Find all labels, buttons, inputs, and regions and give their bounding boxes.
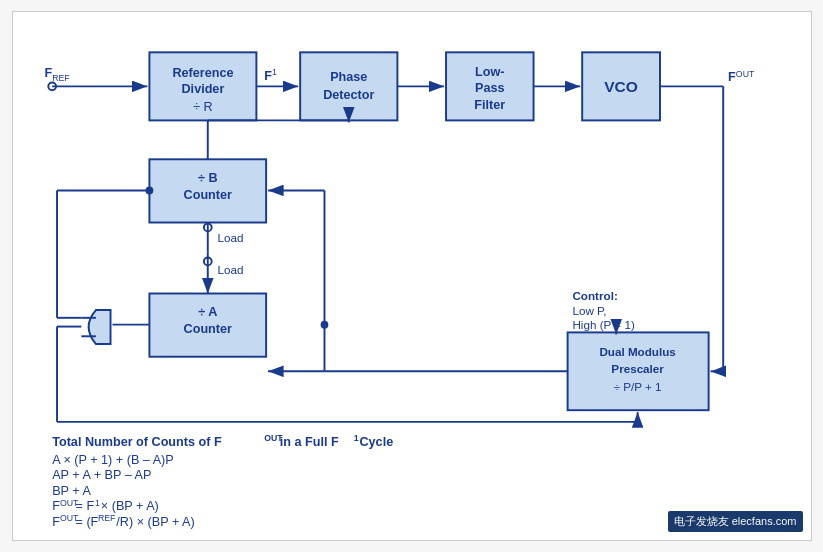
eq-title-cycle: Cycle: [359, 435, 393, 449]
fout-top-sub: OUT: [735, 69, 754, 79]
control-label: Control:: [572, 289, 617, 302]
ref-divider-label3: ÷ R: [193, 100, 213, 114]
eq-title: Total Number of Counts of F: [52, 435, 222, 449]
eq5-fout: F: [52, 515, 60, 529]
ref-divider-label2: Divider: [181, 82, 224, 96]
eq5-end: /R) × (BP + A): [116, 515, 194, 529]
load2-label: Load: [217, 263, 243, 276]
phase-detector-block: [300, 52, 397, 120]
eq4-fout: F: [52, 499, 60, 513]
low-pass-label2: Pass: [475, 81, 505, 95]
eq4-rest: = F: [75, 499, 94, 513]
eq-title-1-sub: 1: [353, 433, 358, 443]
eq4-end: × (BP + A): [100, 499, 158, 513]
svg-point-8: [145, 187, 153, 195]
low-pass-label3: Filter: [474, 98, 505, 112]
phase-detector-label1: Phase: [330, 71, 367, 85]
phase-detector-label2: Detector: [323, 88, 374, 102]
b-counter-label2: Counter: [183, 188, 231, 202]
load1-label: Load: [217, 231, 243, 244]
f1-sub: 1: [271, 67, 276, 77]
b-counter-label1: ÷ B: [197, 171, 217, 185]
fout-top-label: F: [728, 71, 736, 85]
f1-label: F: [264, 69, 272, 83]
dual-modulus-label1: Dual Modulus: [599, 345, 675, 358]
diagram-container: Reference Divider ÷ R Phase Detector Low…: [12, 11, 812, 541]
eq5-rest: = (F: [75, 515, 98, 529]
fref-sub: REF: [52, 74, 70, 84]
a-counter-label2: Counter: [183, 322, 231, 336]
watermark: 电子发烧友 elecfans.com: [668, 511, 803, 532]
fref-label: F: [44, 66, 52, 80]
eq4-1-sub: 1: [94, 498, 99, 508]
control-low: Low P,: [572, 304, 606, 317]
dual-modulus-label3: ÷ P/P + 1: [613, 380, 661, 393]
eq2: AP + A + BP – AP: [52, 468, 151, 482]
eq5-ref-sub: REF: [97, 513, 115, 523]
eq3: BP + A: [52, 484, 91, 498]
ref-divider-label1: Reference: [172, 66, 233, 80]
control-high: High (P = 1): [572, 318, 634, 331]
logic-gate: [88, 310, 110, 344]
vco-label: VCO: [604, 78, 638, 95]
dual-modulus-label2: Prescaler: [611, 362, 664, 375]
low-pass-label1: Low-: [475, 65, 504, 79]
eq1: A × (P + 1) + (B – A)P: [52, 453, 174, 467]
eq-title-cont: in a Full F: [279, 435, 338, 449]
a-counter-label1: ÷ A: [198, 305, 217, 319]
